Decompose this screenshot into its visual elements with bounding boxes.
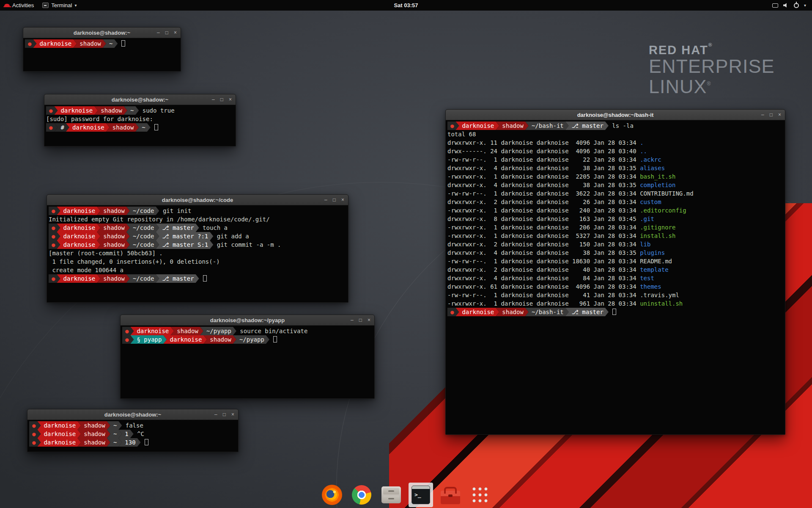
terminal-text: -rw-rw-r--. 1 darknoise darknoise 3622 J… bbox=[447, 190, 640, 197]
window-title: darknoise@shadow:~/code bbox=[162, 197, 233, 203]
minimize-button[interactable]: – bbox=[212, 97, 215, 102]
prompt-segment: ⎇ master bbox=[565, 308, 609, 316]
terminal-line: -rwxrwxr-x. 1 darknoise darknoise 2205 J… bbox=[447, 172, 783, 181]
close-button[interactable]: × bbox=[778, 112, 781, 117]
terminal-line: ●darknoiseshadow~1 ^C bbox=[29, 430, 236, 438]
dock-item-chrome[interactable] bbox=[349, 483, 374, 507]
rhel-logo-line3: LINUX® bbox=[649, 77, 775, 97]
redhat-icon bbox=[4, 4, 10, 7]
terminal-line: ●darknoiseshadow~/code⎇ master ?:1 git a… bbox=[49, 232, 346, 240]
window-titlebar[interactable]: darknoise@shadow:~/bash-it – □ × bbox=[446, 110, 785, 120]
terminal-line: drwx------. 24 darknoise darknoise 4096 … bbox=[447, 147, 783, 155]
terminal-text: drwxrwxr-x. 4 darknoise darknoise 38 Jan… bbox=[447, 182, 640, 188]
prompt-segment: ⎇ master bbox=[156, 224, 199, 232]
terminal-window-code[interactable]: darknoise@shadow:~/code – □ × ●darknoise… bbox=[47, 194, 348, 303]
terminal-text: drwxrwxr-x. 4 darknoise darknoise 38 Jan… bbox=[447, 165, 640, 171]
activities-label: Activities bbox=[12, 2, 34, 8]
terminal-cursor bbox=[203, 275, 207, 282]
window-titlebar[interactable]: darknoise@shadow:~/pyapp – □ × bbox=[121, 315, 374, 326]
clock[interactable]: Sat 03:57 bbox=[394, 2, 418, 8]
window-title: darknoise@shadow:~/pyapp bbox=[210, 317, 285, 323]
dock-item-files[interactable] bbox=[379, 483, 403, 507]
dock-item-terminal[interactable]: >_ bbox=[409, 483, 433, 507]
activities-button[interactable]: Activities bbox=[0, 0, 38, 11]
maximize-button[interactable]: □ bbox=[359, 318, 362, 323]
terminal-text: source bin/activate bbox=[236, 328, 308, 334]
close-button[interactable]: × bbox=[174, 30, 177, 35]
chevron-down-icon: ▾ bbox=[74, 3, 77, 8]
terminal-text: drwxrwxr-x. 2 darknoise darknoise 26 Jan… bbox=[447, 199, 640, 205]
terminal-line: -rw-rw-r--. 1 darknoise darknoise 18630 … bbox=[447, 257, 783, 265]
terminal-line: drwxrwxr-x. 11 darknoise darknoise 4096 … bbox=[447, 138, 783, 147]
terminal-window-pyapp[interactable]: darknoise@shadow:~/pyapp – □ × ●darknois… bbox=[120, 315, 375, 399]
prompt-segment: shadow bbox=[77, 430, 110, 438]
minimize-button[interactable]: – bbox=[157, 30, 160, 35]
dock-item-firefox[interactable] bbox=[320, 483, 344, 507]
prompt-segment: ~/code bbox=[126, 232, 159, 240]
terminal-window-exit-codes[interactable]: darknoise@shadow:~ – □ × ●darknoiseshado… bbox=[27, 409, 239, 452]
terminal-body[interactable]: ●darknoiseshadow~/bash-it⎇ master ls -la… bbox=[446, 120, 785, 434]
terminal-text: drwx------. 24 darknoise darknoise 4096 … bbox=[447, 148, 640, 155]
files-icon bbox=[381, 486, 401, 503]
dock-item-toolbox[interactable] bbox=[438, 483, 463, 507]
terminal-line: ●#darknoiseshadow~ bbox=[46, 123, 234, 132]
terminal-line: ●darknoiseshadow~130 bbox=[29, 438, 236, 447]
minimize-button[interactable]: – bbox=[324, 197, 327, 202]
terminal-body[interactable]: ●darknoiseshadow~ false●darknoiseshadow~… bbox=[27, 420, 238, 452]
show-applications-icon bbox=[471, 486, 489, 504]
top-bar: Activities Terminal ▾ Sat 03:57 ▾ bbox=[0, 0, 812, 11]
terminal-text: drwxrwxr-x. 2 darknoise darknoise 150 Ja… bbox=[447, 241, 640, 248]
window-titlebar[interactable]: darknoise@shadow:~ – □ × bbox=[27, 409, 238, 420]
terminal-text: aliases bbox=[640, 165, 665, 171]
prompt-segment: shadow bbox=[496, 308, 529, 316]
terminal-line: ●darknoiseshadow~/code⎇ master bbox=[49, 274, 346, 283]
window-titlebar[interactable]: darknoise@shadow:~ – □ × bbox=[44, 94, 236, 105]
terminal-text: bash_it.sh bbox=[640, 173, 675, 180]
terminal-text: .. bbox=[640, 148, 647, 155]
terminal-line: drwxrwxr-x. 4 darknoise darknoise 84 Jan… bbox=[447, 274, 783, 282]
prompt-segment: darknoise bbox=[57, 207, 100, 215]
app-menu-terminal[interactable]: Terminal ▾ bbox=[38, 0, 81, 11]
maximize-button[interactable]: □ bbox=[165, 30, 168, 35]
close-button[interactable]: × bbox=[341, 197, 344, 202]
dock-item-show-applications[interactable] bbox=[468, 483, 492, 507]
terminal-text: [sudo] password for darknoise: bbox=[46, 116, 156, 122]
terminal-window-sudo[interactable]: darknoise@shadow:~ – □ × ●darknoiseshado… bbox=[44, 94, 236, 146]
maximize-button[interactable]: □ bbox=[223, 412, 226, 417]
terminal-text: drwxrwxr-x. 8 darknoise darknoise 163 Ja… bbox=[447, 215, 640, 222]
terminal-window-home-1[interactable]: darknoise@shadow:~ – □ × ●darknoiseshado… bbox=[23, 27, 181, 72]
terminal-text: touch a bbox=[199, 224, 228, 231]
terminal-body[interactable]: ●darknoiseshadow~ bbox=[23, 38, 181, 71]
terminal-text: 1 file changed, 0 insertions(+), 0 delet… bbox=[49, 258, 220, 265]
prompt-segment: ⎇ master bbox=[565, 121, 609, 130]
maximize-button[interactable]: □ bbox=[333, 197, 336, 202]
terminal-cursor bbox=[612, 309, 616, 315]
minimize-button[interactable]: – bbox=[761, 112, 764, 117]
terminal-body[interactable]: ●darknoiseshadow~/code git initInitializ… bbox=[47, 205, 348, 302]
terminal-line: drwxrwxr-x. 4 darknoise darknoise 38 Jan… bbox=[447, 181, 783, 189]
terminal-text: lib bbox=[640, 241, 650, 248]
terminal-text: git init bbox=[159, 207, 191, 214]
terminal-text: total 68 bbox=[447, 131, 476, 138]
terminal-text: drwxrwxr-x. 2 darknoise darknoise 40 Jan… bbox=[447, 266, 640, 273]
terminal-text: .ackrc bbox=[640, 156, 661, 163]
terminal-line: -rw-rw-r--. 1 darknoise darknoise 22 Jan… bbox=[447, 155, 783, 164]
terminal-line: drwxrwxr-x. 2 darknoise darknoise 150 Ja… bbox=[447, 240, 783, 248]
terminal-window-bash-it[interactable]: darknoise@shadow:~/bash-it – □ × ●darkno… bbox=[445, 109, 785, 435]
terminal-line: drwxrwxr-x. 8 darknoise darknoise 163 Ja… bbox=[447, 215, 783, 223]
close-button[interactable]: × bbox=[368, 318, 370, 323]
window-titlebar[interactable]: darknoise@shadow:~ – □ × bbox=[23, 28, 181, 38]
terminal-body[interactable]: ●darknoiseshadow~/pyapp source bin/activ… bbox=[121, 326, 374, 398]
window-titlebar[interactable]: darknoise@shadow:~/code – □ × bbox=[47, 195, 348, 205]
maximize-button[interactable]: □ bbox=[220, 97, 223, 102]
terminal-line: Initialized empty Git repository in /hom… bbox=[49, 215, 346, 224]
system-status-area[interactable]: ▾ bbox=[769, 0, 809, 11]
close-button[interactable]: × bbox=[229, 97, 232, 102]
minimize-button[interactable]: – bbox=[214, 412, 217, 417]
rhel-logo-line2: ENTERPRISE bbox=[649, 56, 775, 76]
maximize-button[interactable]: □ bbox=[770, 112, 773, 117]
close-button[interactable]: × bbox=[231, 412, 234, 417]
terminal-text: CONTRIBUTING.md bbox=[640, 190, 693, 197]
minimize-button[interactable]: – bbox=[351, 318, 354, 323]
terminal-body[interactable]: ●darknoiseshadow~ sudo true[sudo] passwo… bbox=[44, 105, 236, 146]
